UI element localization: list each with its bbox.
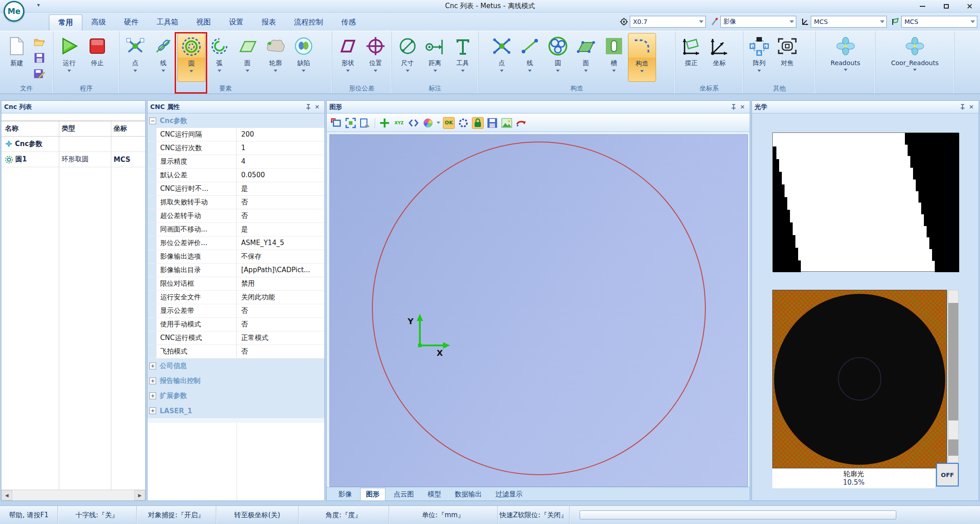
construct-circle-button[interactable]: 圆	[544, 33, 572, 82]
projection-plane-combo[interactable]: MCS	[901, 16, 977, 28]
graphics-view-tab[interactable]: 数据输出	[449, 488, 487, 500]
collapse-icon[interactable]: −	[149, 118, 156, 124]
construct-plane-button[interactable]: 面	[572, 33, 600, 82]
status-item[interactable]: 单位:『mm』	[389, 506, 498, 524]
new-button[interactable]: 新建	[2, 33, 32, 82]
property-row[interactable]: 显示公差带 否	[147, 304, 324, 318]
property-row[interactable]: 抓取失败转手动 否	[147, 196, 324, 209]
property-group-collapsed[interactable]: + 报告输出控制	[147, 373, 324, 388]
measure-circle-button[interactable]: 圆	[177, 33, 205, 82]
readouts-button[interactable]: Readouts	[818, 33, 873, 82]
stop-button[interactable]: 停止	[83, 33, 111, 82]
property-group-cnc-parameters[interactable]: − Cnc参数	[147, 113, 324, 128]
open-button[interactable]	[33, 35, 46, 48]
property-value[interactable]: 0.0500	[237, 169, 324, 182]
graphics-view-tab[interactable]: 影像	[333, 488, 357, 500]
gear-ring-button[interactable]	[457, 117, 469, 129]
measure-arc-button[interactable]: 弧	[205, 33, 233, 82]
property-row[interactable]: CNC运行间隔 200	[147, 128, 324, 142]
dimension-distance-button[interactable]: 距离	[421, 33, 449, 82]
graphics-view-tab[interactable]: 模型	[422, 488, 447, 500]
property-row[interactable]: 超公差转手动 否	[147, 209, 324, 223]
color-wheel-button[interactable]	[422, 117, 434, 129]
cnc-list-row-circle1[interactable]: 圆1 环形取圆 MCS	[1, 152, 145, 167]
ribbon-tab[interactable]: 工具箱	[147, 14, 187, 31]
expand-icon[interactable]: +	[149, 378, 156, 384]
probe-combo[interactable]: 影像	[720, 16, 796, 28]
property-row[interactable]: CNC运行时不... 是	[147, 182, 324, 196]
status-item[interactable]: 快速Z软限位:『关闭』	[498, 506, 570, 524]
property-row[interactable]: 影像输出目录 [AppPath]\CADPict...	[147, 264, 324, 277]
property-value[interactable]: 正常模式	[237, 331, 324, 345]
ribbon-tab[interactable]: 流程控制	[285, 14, 332, 31]
status-item[interactable]: 对象捕捉:『开启』	[137, 506, 216, 524]
property-row[interactable]: 同画面不移动... 是	[147, 223, 324, 236]
ribbon-tab[interactable]: 报表	[252, 14, 285, 31]
magnification-combo[interactable]: X0.7	[630, 16, 706, 28]
close-button[interactable]: ✕	[964, 2, 975, 11]
construct-point-button[interactable]: 点	[488, 33, 516, 82]
measure-contour-button[interactable]: 轮廓	[262, 33, 290, 82]
array-button[interactable]: 阵列	[745, 33, 773, 82]
zoom-region-button[interactable]	[330, 117, 342, 129]
property-row[interactable]: 默认公差 0.0500	[147, 169, 324, 182]
image-view-button[interactable]	[359, 117, 371, 129]
property-row[interactable]: 显示精度 4	[147, 155, 324, 169]
ribbon-tab[interactable]: 设置	[220, 14, 252, 31]
ribbon-tab[interactable]: 高级	[82, 14, 115, 31]
column-header-type[interactable]: 类型	[59, 124, 111, 133]
ok-confirm-button[interactable]: OK	[443, 117, 455, 129]
save-button[interactable]	[33, 51, 46, 65]
horizontal-scrollbar[interactable]: ◀ ▶	[1, 490, 145, 500]
light-off-button[interactable]: OFF	[936, 463, 959, 486]
save-view-button[interactable]	[486, 117, 498, 129]
property-value[interactable]: 否	[237, 209, 324, 222]
property-group-collapsed[interactable]: + 扩展参数	[147, 388, 324, 403]
property-row[interactable]: 影像输出选项 不保存	[147, 250, 324, 264]
construct-slot-button[interactable]: 槽	[600, 33, 628, 82]
fit-view-button[interactable]	[345, 117, 357, 129]
property-value[interactable]: ASME_Y14_5	[237, 236, 324, 250]
maximize-button[interactable]	[940, 2, 952, 11]
property-value[interactable]: 否	[237, 318, 324, 331]
graphics-view-tab[interactable]: 点云图	[388, 488, 419, 500]
flip-view-button[interactable]	[408, 117, 419, 129]
graphics-view-tab[interactable]: 图形	[360, 488, 385, 500]
property-value[interactable]: 4	[237, 155, 324, 168]
add-point-button[interactable]	[379, 117, 390, 129]
gdt-position-button[interactable]: 位置	[362, 33, 390, 82]
column-header-name[interactable]: 名称	[1, 124, 59, 133]
expand-icon[interactable]: +	[149, 392, 156, 399]
xyz-readout-button[interactable]: XYZ	[393, 117, 405, 129]
close-panel-icon[interactable]: ✕	[738, 103, 747, 111]
scroll-right-arrow-icon[interactable]: ▶	[134, 490, 145, 500]
pin-icon[interactable]	[304, 103, 313, 111]
redo-rotate-button[interactable]	[515, 117, 527, 129]
status-item[interactable]: 转至极坐标(关)	[216, 506, 299, 524]
property-row[interactable]: 使用手动模式 否	[147, 318, 324, 331]
property-value[interactable]: 否	[237, 345, 324, 358]
column-header-coord[interactable]: 坐标	[111, 124, 145, 133]
ribbon-tab[interactable]: 硬件	[115, 14, 147, 31]
graphics-canvas[interactable]: Y X	[329, 134, 748, 487]
property-value[interactable]: 关闭此功能	[237, 291, 324, 304]
close-panel-icon[interactable]: ✕	[313, 103, 322, 111]
dimension-size-button[interactable]: 尺寸	[394, 33, 421, 82]
lock-button[interactable]	[472, 117, 484, 129]
property-row[interactable]: 运行安全文件 关闭此功能	[147, 291, 324, 304]
property-group-collapsed[interactable]: + 公司信息	[147, 359, 324, 373]
property-row[interactable]: 限位对话框 禁用	[147, 277, 324, 291]
property-row[interactable]: 形位公差评价... ASME_Y14_5	[147, 236, 324, 250]
construct-line-button[interactable]: 线	[516, 33, 544, 82]
property-value[interactable]: 不保存	[237, 250, 324, 263]
measure-point-button[interactable]: 点	[121, 33, 149, 82]
vertical-scrollbar[interactable]	[948, 290, 959, 463]
ribbon-tab[interactable]: 视图	[187, 14, 220, 31]
edge-detection-image[interactable]	[772, 132, 959, 272]
measure-line-button[interactable]: 线	[149, 33, 177, 82]
graphics-view-tab[interactable]: 过滤显示	[490, 488, 528, 500]
property-value[interactable]: 是	[237, 182, 324, 195]
property-row[interactable]: CNC运行次数 1	[147, 142, 324, 155]
ribbon-tab[interactable]: 传感	[332, 14, 365, 31]
measure-plane-button[interactable]: 面	[233, 33, 262, 82]
